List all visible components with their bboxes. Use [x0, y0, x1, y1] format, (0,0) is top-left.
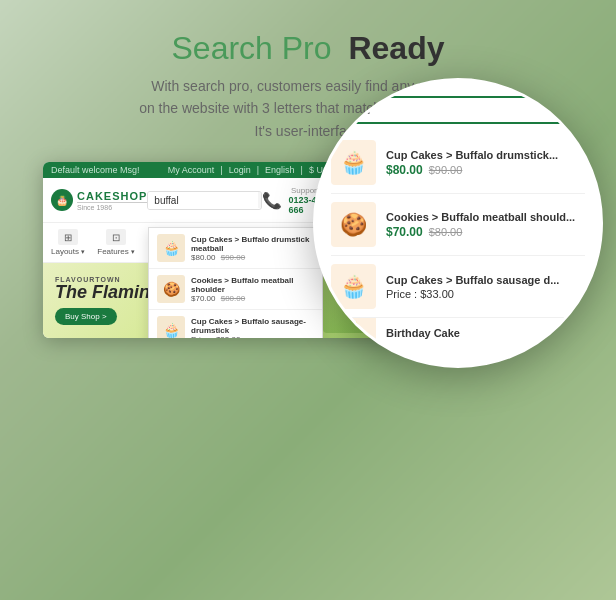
zoom-prices-2: $70.00 $80.00 [386, 225, 585, 239]
login-link[interactable]: Login [229, 165, 251, 175]
zoom-prices-1: $80.00 $90.00 [386, 163, 585, 177]
item-category-2: Cookies > Buffalo meatball shoulder [191, 276, 314, 294]
zoom-category-4: Birthday Cake [386, 327, 585, 339]
menu-layouts[interactable]: ⊞ Layouts ▾ [51, 229, 85, 256]
item-category-1: Cup Cakes > Buffalo drumstick meatball [191, 235, 314, 253]
zoom-item-3[interactable]: 🧁 Cup Cakes > Buffalo sausage d... Price… [331, 256, 585, 318]
zoom-thumb-1: 🧁 [331, 140, 376, 185]
zoom-category-3: Cup Cakes > Buffalo sausage d... [386, 274, 585, 286]
title-normal: Search Pro [171, 30, 331, 66]
zoom-item-4[interactable]: 🎂 Birthday Cake [331, 318, 585, 348]
zoom-thumb-2: 🍪 [331, 202, 376, 247]
logo-since: Since 1986 [77, 202, 147, 211]
dropdown-item-2[interactable]: 🍪 Cookies > Buffalo meatball shoulder $7… [149, 269, 322, 310]
dropdown-item-3[interactable]: 🧁 Cup Cakes > Buffalo sausage-drumstick … [149, 310, 322, 338]
account-link[interactable]: My Account [168, 165, 215, 175]
zoom-content: 🔍 🧁 Cup Cakes > Buffalo drumstick... $80… [316, 81, 600, 358]
zoom-item-info-4: Birthday Cake [386, 327, 585, 339]
logo-icon: 🎂 [51, 189, 73, 211]
zoom-item-info-2: Cookies > Buffalo meatball should... $70… [386, 211, 585, 239]
dropdown-item-1[interactable]: 🧁 Cup Cakes > Buffalo drumstick meatball… [149, 228, 322, 269]
item-thumb-1: 🧁 [157, 234, 185, 262]
zoom-item-info-3: Cup Cakes > Buffalo sausage d... Price :… [386, 274, 585, 300]
zoom-prices-3: Price : $33.00 [386, 288, 585, 300]
search-box[interactable]: 🔍 [147, 191, 262, 210]
item-info-2: Cookies > Buffalo meatball shoulder $70.… [191, 276, 314, 303]
browser-mockup: Default welcome Msg! My Account | Login … [43, 162, 573, 338]
language-link[interactable]: English [265, 165, 295, 175]
zoom-circle: 🔍 🧁 Cup Cakes > Buffalo drumstick... $80… [313, 78, 603, 368]
zoom-item-1[interactable]: 🧁 Cup Cakes > Buffalo drumstick... $80.0… [331, 132, 585, 194]
zoom-category-1: Cup Cakes > Buffalo drumstick... [386, 149, 585, 161]
item-price-2: $70.00 $80.00 [191, 294, 314, 303]
item-info-3: Cup Cakes > Buffalo sausage-drumstick Pr… [191, 317, 314, 339]
item-info-1: Cup Cakes > Buffalo drumstick meatball $… [191, 235, 314, 262]
search-input[interactable] [148, 192, 258, 209]
logo-name: CAKESHOP [77, 190, 147, 202]
zoom-item-info-1: Cup Cakes > Buffalo drumstick... $80.00 … [386, 149, 585, 177]
zoom-thumb-3: 🧁 [331, 264, 376, 309]
item-price-1: $80.00 $90.00 [191, 253, 314, 262]
item-category-3: Cup Cakes > Buffalo sausage-drumstick [191, 317, 314, 335]
search-dropdown: 🧁 Cup Cakes > Buffalo drumstick meatball… [148, 227, 323, 338]
item-thumb-3: 🧁 [157, 316, 185, 338]
item-price-3: Price : $33.00 [191, 335, 314, 339]
buy-shop-button[interactable]: Buy Shop > [55, 308, 117, 325]
layouts-icon: ⊞ [58, 229, 78, 245]
features-icon: ⊡ [106, 229, 126, 245]
zoom-item-2[interactable]: 🍪 Cookies > Buffalo meatball should... $… [331, 194, 585, 256]
zoom-search-button[interactable]: 🔍 [552, 98, 583, 122]
logo-text: CAKESHOP Since 1986 [77, 190, 147, 211]
welcome-msg: Default welcome Msg! [51, 165, 140, 175]
zoom-category-2: Cookies > Buffalo meatball should... [386, 211, 585, 223]
menu-features[interactable]: ⊡ Features ▾ [97, 229, 135, 256]
logo-area: 🎂 CAKESHOP Since 1986 [51, 189, 147, 211]
item-thumb-2: 🍪 [157, 275, 185, 303]
title-bold: Ready [348, 30, 444, 66]
content-wrapper: Search Pro Ready With search pro, custom… [0, 0, 616, 358]
page-title: Search Pro Ready [171, 30, 444, 67]
